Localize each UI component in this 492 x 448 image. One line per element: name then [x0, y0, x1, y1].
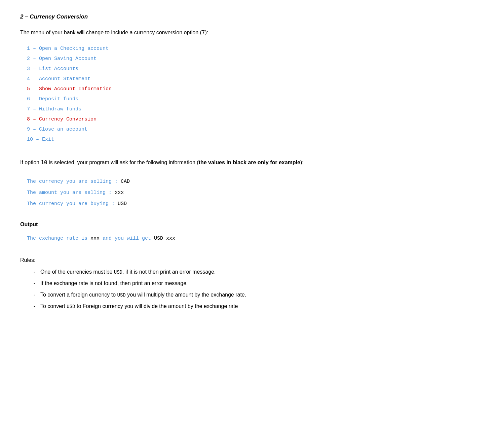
rule-text-before: To convert a foreign currency to — [40, 292, 117, 298]
prompt-value: CAD — [121, 179, 130, 184]
prompt-paragraph: If option 10 is selected, your program w… — [20, 158, 472, 167]
output-value3: xxx — [166, 236, 175, 241]
intro-text-after: ): — [205, 30, 209, 35]
menu-item: 5 – Show Account Information — [27, 84, 472, 94]
rule-item: To convert a foreign currency to USD you… — [34, 291, 472, 299]
output-line-middle: and you will get — [100, 236, 154, 241]
intro-option-number: 7 — [202, 29, 205, 36]
output-label: Output — [20, 221, 472, 228]
prompt-label: The currency you are selling : — [27, 179, 121, 184]
prompt-text-after: is selected, your program will ask for t… — [47, 160, 199, 165]
intro-text-before: The menu of your bank will change to inc… — [20, 30, 202, 35]
prompt-label: The currency you are buying : — [27, 201, 118, 207]
prompt-label: The amount you are selling : — [27, 190, 115, 196]
menu-item: 7 – Withdraw funds — [27, 104, 472, 114]
prompt-text-end: ): — [300, 160, 304, 165]
input-prompt-line: The currency you are selling : CAD — [27, 176, 472, 187]
menu-item: 2 – Open Saving Account — [27, 54, 472, 64]
rule-code: USD — [67, 304, 75, 309]
rule-text-before: One of the currencies must be — [40, 269, 114, 275]
section-title: 2 – Currency Conversion — [20, 13, 472, 20]
rules-label: Rules: — [20, 257, 472, 263]
menu-item: 3 – List Accounts — [27, 64, 472, 74]
rule-text-after: , if it is not then print an error messa… — [122, 269, 216, 275]
prompt-bold-text: the values in black are only for example — [199, 160, 300, 165]
menu-item: 6 – Deposit funds — [27, 94, 472, 104]
rule-item: One of the currencies must be USD, if it… — [34, 268, 472, 276]
rule-text-after: to Foreign currency you will divide the … — [75, 303, 238, 309]
rule-item: To convert USD to Foreign currency you w… — [34, 302, 472, 310]
output-value1: xxx — [90, 236, 100, 241]
prompt-value: xxx — [115, 190, 124, 196]
menu-item: 4 – Account Statement — [27, 74, 472, 84]
rule-text-before: To convert — [40, 303, 67, 309]
input-prompts-block: The currency you are selling : CADThe am… — [20, 176, 472, 209]
input-prompt-line: The amount you are selling : xxx — [27, 187, 472, 198]
output-block: The exchange rate is xxx and you will ge… — [20, 234, 472, 244]
output-value2: USD — [154, 236, 163, 241]
menu-item: 1 – Open a Checking account — [27, 44, 472, 54]
menu-item: 10 – Exit — [27, 135, 472, 145]
rules-list: One of the currencies must be USD, if it… — [20, 268, 472, 310]
rule-code: USD — [114, 270, 122, 275]
rule-code: USD — [117, 292, 126, 298]
menu-item: 8 – Currency Conversion — [27, 114, 472, 125]
input-prompt-line: The currency you are buying : USD — [27, 198, 472, 209]
intro-paragraph: The menu of your bank will change to inc… — [20, 28, 472, 37]
prompt-value: USD — [118, 201, 127, 207]
prompt-text-before: If option — [20, 160, 41, 165]
rule-item: If the exchange rate is not found, then … — [34, 279, 472, 287]
rule-text-after: you will multiply the amount by the exch… — [126, 292, 246, 298]
output-line-before: The exchange rate is — [27, 236, 90, 241]
prompt-option: 10 — [41, 159, 47, 166]
menu-item: 9 – Close an account — [27, 125, 472, 135]
menu-block: 1 – Open a Checking account2 – Open Savi… — [20, 44, 472, 145]
